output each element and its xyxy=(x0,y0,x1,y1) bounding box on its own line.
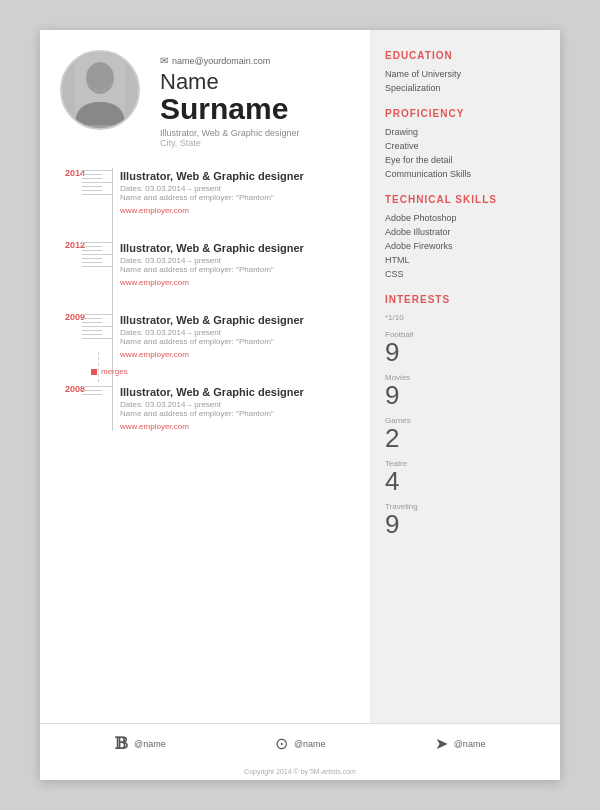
skill-item-1: Adobe Illustrator xyxy=(385,227,545,237)
dribbble-footer[interactable]: ⊙ @name xyxy=(275,734,326,753)
main-content: ✉ name@yourdomain.com Name Surname Illus… xyxy=(40,30,560,723)
dribbble-handle: @name xyxy=(294,739,326,749)
skill-item-0: Adobe Photoshop xyxy=(385,213,545,223)
interest-value-2: 2 xyxy=(385,425,545,451)
timeline-item-2009: 2009 merges xyxy=(120,312,350,359)
interest-movies: Movies 9 xyxy=(385,373,545,408)
email-line: ✉ name@yourdomain.com xyxy=(160,55,299,66)
twitter-handle: @name xyxy=(454,739,486,749)
interest-scale: *1/10 xyxy=(385,313,545,322)
last-name: Surname xyxy=(160,94,299,124)
location: City, State xyxy=(160,138,299,148)
timeline-item-2008: 2008 Illustrator, Web & Graphic designer… xyxy=(120,384,350,431)
job-link-3[interactable]: www.employer.com xyxy=(120,350,350,359)
job-employer-1: Name and address of employer: "Phantom" xyxy=(120,193,350,202)
first-name: Name xyxy=(160,70,299,94)
timeline-item-2012: 2012 Illustrator, Web & Graphic designer… xyxy=(120,240,350,287)
skill-item-4: CSS xyxy=(385,269,545,279)
job-dates-1: Dates: 03.03.2014 – present xyxy=(120,184,350,193)
job-link-1[interactable]: www.employer.com xyxy=(120,206,350,215)
interest-label-1: Movies xyxy=(385,373,545,382)
twitter-footer[interactable]: ➤ @name xyxy=(435,734,486,753)
proficiency-item-1: Creative xyxy=(385,141,545,151)
merges-label: merges xyxy=(101,367,128,376)
interest-label-0: Football xyxy=(385,330,545,339)
svg-point-4 xyxy=(87,63,113,89)
interest-value-0: 9 xyxy=(385,339,545,365)
header-area: ✉ name@yourdomain.com Name Surname Illus… xyxy=(60,50,350,148)
timeline-item-2014: 2014 Illustrator, Web & Graphic designer… xyxy=(120,168,350,215)
interest-traveling: Traveling 9 xyxy=(385,502,545,537)
education-item-0: Name of University xyxy=(385,69,545,79)
job-link-2[interactable]: www.employer.com xyxy=(120,278,350,287)
interests-title: INTERESTS xyxy=(385,294,545,305)
interest-label-4: Traveling xyxy=(385,502,545,511)
avatar xyxy=(60,50,140,130)
right-column: EDUCATION Name of University Specializat… xyxy=(370,30,560,723)
job-title-2: Illustrator, Web & Graphic designer xyxy=(120,242,350,254)
twitter-icon: ➤ xyxy=(435,734,448,753)
copyright: Copyright 2014 © by 5M-artists.com xyxy=(40,763,560,780)
interest-games: Games 2 xyxy=(385,416,545,451)
proficiency-title: PROFICIENCY xyxy=(385,108,545,119)
education-title: EDUCATION xyxy=(385,50,545,61)
job-title-4: Illustrator, Web & Graphic designer xyxy=(120,386,350,398)
footer: 𝔹 @name ⊙ @name ➤ @name xyxy=(40,723,560,763)
interest-football: Football 9 xyxy=(385,330,545,365)
behance-footer[interactable]: 𝔹 @name xyxy=(115,734,166,753)
proficiency-item-0: Drawing xyxy=(385,127,545,137)
behance-handle: @name xyxy=(134,739,166,749)
skill-item-3: HTML xyxy=(385,255,545,265)
job-title-1: Illustrator, Web & Graphic designer xyxy=(120,170,350,182)
timeline-line xyxy=(112,168,113,431)
proficiency-item-3: Communication Skills xyxy=(385,169,545,179)
job-link-4[interactable]: www.employer.com xyxy=(120,422,350,431)
job-employer-3: Name and address of employer: "Phantom" xyxy=(120,337,350,346)
behance-icon: 𝔹 xyxy=(115,734,129,753)
email-text: name@yourdomain.com xyxy=(172,56,270,66)
interest-value-1: 9 xyxy=(385,382,545,408)
job-title-3: Illustrator, Web & Graphic designer xyxy=(120,314,350,326)
interest-teatre: Teatre 4 xyxy=(385,459,545,494)
timeline: 2014 Illustrator, Web & Graphic designer… xyxy=(60,168,350,431)
job-dates-3: Dates: 03.03.2014 – present xyxy=(120,328,350,337)
job-dates-4: Dates: 03.03.2014 – present xyxy=(120,400,350,409)
interest-value-3: 4 xyxy=(385,468,545,494)
resume-page: ✉ name@yourdomain.com Name Surname Illus… xyxy=(40,30,560,780)
interest-value-4: 9 xyxy=(385,511,545,537)
skill-item-2: Adobe Fireworks xyxy=(385,241,545,251)
interest-label-2: Games xyxy=(385,416,545,425)
job-title-header: Illustrator, Web & Graphic designer xyxy=(160,128,299,138)
email-icon: ✉ xyxy=(160,55,168,66)
skills-title: TECHNICAL SKILLS xyxy=(385,194,545,205)
education-item-1: Specialization xyxy=(385,83,545,93)
interest-label-3: Teatre xyxy=(385,459,545,468)
left-column: ✉ name@yourdomain.com Name Surname Illus… xyxy=(40,30,370,723)
job-employer-4: Name and address of employer: "Phantom" xyxy=(120,409,350,418)
job-employer-2: Name and address of employer: "Phantom" xyxy=(120,265,350,274)
proficiency-item-2: Eye for the detail xyxy=(385,155,545,165)
job-dates-2: Dates: 03.03.2014 – present xyxy=(120,256,350,265)
name-block: ✉ name@yourdomain.com Name Surname Illus… xyxy=(160,50,299,148)
dribbble-icon: ⊙ xyxy=(275,734,288,753)
